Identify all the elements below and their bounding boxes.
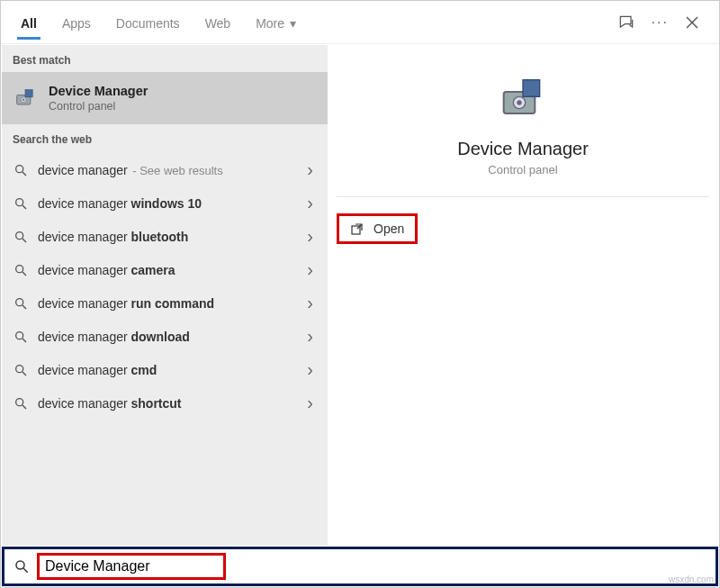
web-result-label: device manager cmd [38,363,303,377]
close-icon[interactable] [685,15,699,30]
tab-web[interactable]: Web [193,5,244,40]
search-icon [13,229,29,245]
feedback-icon[interactable] [617,14,635,32]
svg-point-14 [16,298,23,305]
search-icon [13,362,29,378]
best-match-text: Device Manager Control panel [49,84,148,113]
tab-documents[interactable]: Documents [104,5,193,40]
svg-point-16 [16,331,23,339]
web-result-item[interactable]: device manager windows 10› [2,186,328,220]
tab-more-label: More [256,16,284,31]
svg-line-21 [22,405,26,409]
tab-more[interactable]: More ▾ [243,5,309,40]
best-match-title: Device Manager [49,84,148,98]
search-icon [13,395,29,412]
svg-line-11 [22,239,26,242]
web-result-item[interactable]: device manager - See web results› [2,153,328,186]
open-label: Open [374,222,404,236]
open-icon [350,222,364,236]
search-icon [13,329,29,345]
web-results-list: device manager - See web results›device … [2,151,328,421]
search-bar[interactable] [2,547,718,586]
svg-point-18 [16,365,23,372]
svg-rect-23 [523,80,540,97]
search-input-highlight [37,553,226,580]
web-result-label: device manager run command [38,296,303,311]
svg-point-20 [16,398,23,405]
web-result-label: device manager shortcut [38,396,303,411]
search-icon [14,558,30,574]
preview-title: Device Manager [337,139,709,159]
preview-actions: Open [337,213,718,244]
svg-line-19 [22,372,26,375]
web-result-label: device manager - See web results [38,163,303,177]
tabs-bar: All Apps Documents Web More ▾ ··· [1,1,719,44]
web-result-item[interactable]: device manager camera› [2,253,328,286]
web-result-label: device manager windows 10 [38,196,303,211]
web-result-item[interactable]: device manager cmd› [2,353,328,386]
web-result-item[interactable]: device manager shortcut› [2,386,328,420]
open-button[interactable]: Open [337,213,418,244]
chevron-right-icon: › [303,326,317,347]
chevron-down-icon: ▾ [290,16,296,31]
svg-point-12 [16,265,23,272]
chevron-right-icon: › [303,193,317,213]
results-panel: Best match Device Manager Control panel … [2,45,328,546]
preview-subtitle: Control panel [337,163,709,176]
svg-line-17 [22,339,26,342]
device-manager-large-icon [337,70,709,128]
search-web-label: Search the web [2,124,328,151]
chevron-right-icon: › [303,293,317,313]
svg-point-8 [16,198,23,205]
device-manager-icon [13,86,38,111]
preview-card: Device Manager Control panel [337,56,709,197]
web-result-label: device manager download [38,330,303,344]
svg-line-13 [22,272,26,276]
web-result-item[interactable]: device manager run command› [2,286,328,320]
best-match-subtitle: Control panel [49,100,148,113]
web-result-item[interactable]: device manager download› [2,320,328,353]
search-input[interactable] [41,556,221,577]
content-area: Best match Device Manager Control panel … [2,45,718,546]
tab-apps[interactable]: Apps [50,5,104,40]
svg-point-25 [517,100,521,104]
svg-line-7 [22,172,26,176]
search-icon [13,262,29,278]
chevron-right-icon: › [303,226,317,247]
svg-line-28 [23,568,28,573]
chevron-right-icon: › [303,393,317,413]
search-icon [13,295,29,312]
chevron-right-icon: › [303,359,317,380]
svg-point-10 [16,231,23,239]
more-options-icon[interactable]: ··· [652,14,669,31]
tab-all[interactable]: All [8,5,50,40]
best-match-label: Best match [2,45,328,72]
svg-line-9 [22,205,26,209]
header-actions: ··· [617,14,712,32]
svg-line-15 [22,305,26,309]
chevron-right-icon: › [303,159,317,180]
svg-point-27 [16,561,24,569]
svg-point-6 [16,165,23,172]
web-result-label: device manager bluetooth [38,230,303,244]
web-result-label: device manager camera [38,263,303,277]
web-result-item[interactable]: device manager bluetooth› [2,220,328,253]
svg-rect-3 [25,90,32,97]
search-icon [13,195,29,212]
chevron-right-icon: › [303,259,317,280]
preview-panel: Device Manager Control panel Open [328,45,718,546]
best-match-item[interactable]: Device Manager Control panel [2,72,328,124]
svg-point-5 [22,99,24,101]
watermark: wsxdn.com [669,574,714,584]
search-icon [13,162,29,178]
